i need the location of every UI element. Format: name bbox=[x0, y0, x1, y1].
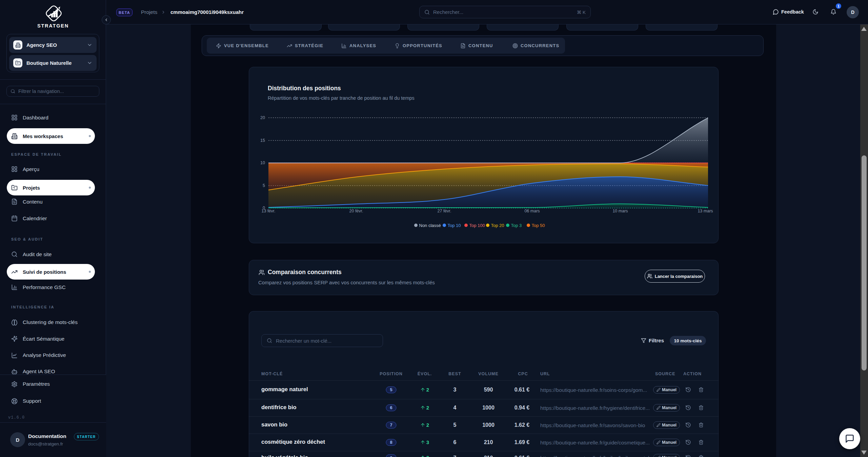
svg-text:Top 100: Top 100 bbox=[469, 223, 485, 228]
svg-text:Top 20: Top 20 bbox=[491, 223, 504, 228]
svg-text:15: 15 bbox=[260, 138, 265, 143]
svg-text:10: 10 bbox=[260, 160, 265, 165]
svg-text:13 mars: 13 mars bbox=[698, 209, 713, 213]
svg-text:27 févr.: 27 févr. bbox=[438, 209, 451, 213]
svg-text:06 mars: 06 mars bbox=[524, 209, 540, 213]
svg-text:10 mars: 10 mars bbox=[612, 209, 628, 213]
svg-text:Top 50: Top 50 bbox=[532, 223, 545, 228]
svg-text:20 févr.: 20 févr. bbox=[349, 209, 363, 213]
svg-text:5: 5 bbox=[263, 183, 265, 188]
svg-text:13 févr.: 13 févr. bbox=[262, 209, 276, 213]
svg-text:Non classé: Non classé bbox=[419, 223, 441, 228]
svg-text:20: 20 bbox=[260, 115, 265, 120]
svg-text:Top 3: Top 3 bbox=[511, 223, 522, 228]
svg-text:Top 10: Top 10 bbox=[448, 223, 461, 228]
